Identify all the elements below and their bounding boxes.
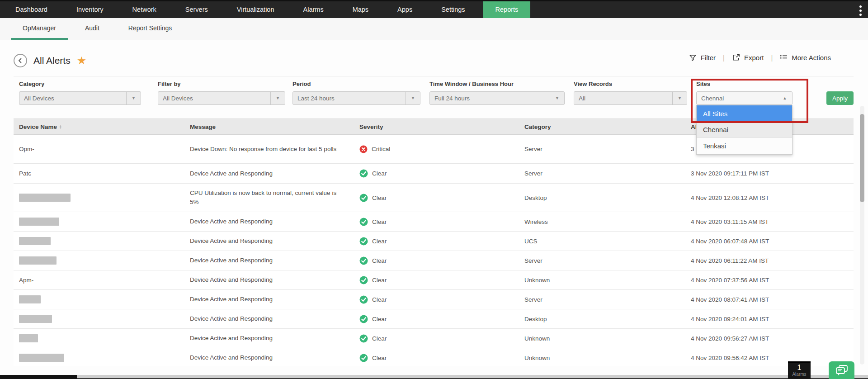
section-divider	[14, 76, 854, 76]
filter-sites-select[interactable]: Chennai▲	[696, 91, 793, 105]
apply-button[interactable]: Apply	[826, 91, 854, 105]
message-cell: Device Active and Responding	[184, 217, 354, 226]
table-row[interactable]: Device Active and RespondingClearServer4…	[14, 251, 854, 270]
filter-button[interactable]: Filter	[689, 54, 716, 62]
chevron-down-icon: ▼	[270, 92, 285, 104]
filter-period-select[interactable]: Last 24 hours▼	[292, 91, 420, 105]
tab-report-settings[interactable]: Report Settings	[117, 18, 184, 40]
sort-icon: ▴▾	[60, 124, 61, 129]
column-header-severity[interactable]: Severity	[354, 123, 519, 130]
severity-cell: Clear	[354, 256, 519, 265]
sub-navbar: OpManagerAuditReport Settings	[0, 18, 868, 40]
chevron-up-icon: ▲	[778, 92, 792, 104]
filter-view-records-select[interactable]: All▼	[574, 91, 687, 105]
horizontal-scrollbar-thumb[interactable]	[0, 375, 77, 379]
severity-cell: Clear	[354, 194, 519, 202]
table-row[interactable]: Device Active and RespondingClearUnknown…	[14, 329, 854, 348]
redacted-device-name	[19, 218, 59, 226]
nav-item-settings[interactable]: Settings	[430, 1, 476, 18]
export-icon	[732, 53, 740, 62]
alarms-count-badge[interactable]: 1 Alarms	[788, 361, 811, 379]
filter-filter-by-select[interactable]: All Devices▼	[158, 91, 285, 105]
table-row[interactable]: Device Active and RespondingClearUCS4 No…	[14, 232, 854, 251]
table-row[interactable]: Device Active and RespondingClearDesktop…	[14, 309, 854, 329]
page-title: All Alerts	[33, 55, 71, 66]
tab-audit[interactable]: Audit	[73, 18, 111, 40]
severity-value: Clear	[359, 194, 519, 202]
message-cell: Device Active and Responding	[184, 169, 354, 178]
chat-bubbles-icon	[835, 365, 849, 377]
column-header-device-name[interactable]: Device Name▴▾	[14, 123, 184, 130]
alarm-time-cell: 4 Nov 2020 08:07:41 AM IST	[685, 296, 848, 303]
nav-item-inventory[interactable]: Inventory	[66, 1, 114, 18]
tab-opmanager[interactable]: OpManager	[11, 18, 68, 40]
column-header-message[interactable]: Message	[184, 123, 354, 130]
severity-value: Clear	[359, 218, 519, 226]
export-button[interactable]: Export	[732, 53, 764, 62]
redacted-device-name	[19, 295, 41, 303]
message-cell: CPU Utilization is now back to normal, c…	[184, 189, 354, 206]
more-actions-button[interactable]: More Actions	[780, 54, 831, 62]
severity-value: Clear	[359, 334, 519, 343]
filter-category-select[interactable]: All Devices▼	[19, 91, 141, 105]
clear-icon	[359, 218, 368, 226]
table-row[interactable]: Device Active and RespondingClearServer4…	[14, 290, 854, 309]
table-row[interactable]: Apm-Device Active and RespondingClearUnk…	[14, 270, 854, 290]
nav-item-alarms[interactable]: Alarms	[292, 1, 335, 18]
alarm-time-cell: 4 Nov 2020 09:56:42 AM IST	[685, 355, 848, 361]
nav-item-reports[interactable]: Reports	[483, 1, 531, 18]
severity-value: Clear	[359, 354, 519, 362]
table-row[interactable]: CPU Utilization is now back to normal, c…	[14, 184, 854, 212]
app-window: DashboardInventoryNetworkServersVirtuali…	[0, 0, 868, 379]
severity-value: Critical	[359, 145, 519, 153]
kebab-menu-icon[interactable]	[859, 1, 862, 19]
column-header-category[interactable]: Category	[519, 123, 685, 130]
device-name-cell	[14, 315, 184, 323]
filter-label-sites: Sites	[696, 81, 793, 87]
category-cell: Server	[519, 257, 685, 264]
favorite-star-icon[interactable]: ★	[77, 55, 87, 66]
filter-filter-by: Filter byAll Devices▼	[158, 81, 285, 105]
nav-item-dashboard[interactable]: Dashboard	[5, 1, 58, 18]
chevron-left-icon	[17, 57, 24, 64]
vertical-scrollbar-thumb[interactable]	[860, 114, 864, 202]
selected-value: All	[574, 95, 672, 102]
severity-value: Clear	[359, 295, 519, 304]
chevron-down-icon: ▼	[126, 92, 141, 104]
category-cell: Desktop	[519, 316, 685, 322]
back-button[interactable]	[14, 54, 27, 67]
clear-icon	[359, 237, 368, 246]
horizontal-scrollbar-track[interactable]	[0, 375, 868, 379]
action-separator: |	[771, 54, 773, 62]
nav-item-apps[interactable]: Apps	[387, 1, 423, 18]
nav-item-servers[interactable]: Servers	[175, 1, 219, 18]
severity-cell: Clear	[354, 334, 519, 343]
severity-cell: Clear	[354, 237, 519, 246]
redacted-device-name	[19, 194, 71, 202]
nav-item-virtualization[interactable]: Virtualization	[226, 1, 285, 18]
severity-cell: Clear	[354, 218, 519, 226]
filter-view-records: View RecordsAll▼	[574, 81, 687, 105]
alarm-time-cell: 4 Nov 2020 09:56:27 AM IST	[685, 335, 848, 342]
table-row[interactable]: Device Active and RespondingClearWireles…	[14, 212, 854, 232]
selected-value: All Devices	[19, 95, 126, 102]
table-row[interactable]: PatcDevice Active and RespondingClearSer…	[14, 164, 854, 184]
category-cell: UCS	[519, 238, 685, 245]
header-actions: Filter | Export | More Actions	[689, 53, 831, 62]
category-cell: Unknown	[519, 277, 685, 284]
nav-item-maps[interactable]: Maps	[342, 1, 379, 18]
selected-value: Last 24 hours	[293, 95, 406, 102]
sites-option-all-sites[interactable]: All Sites	[697, 105, 792, 122]
sites-option-tenkasi[interactable]: Tenkasi	[697, 138, 792, 154]
device-name-cell	[14, 354, 184, 362]
nav-item-network[interactable]: Network	[122, 1, 167, 18]
alarms-label: Alarms	[792, 372, 806, 377]
filter-time-window-business-hour-select[interactable]: Full 24 hours▼	[429, 91, 565, 105]
alarm-time-cell: 4 Nov 2020 07:37:56 AM IST	[685, 277, 848, 284]
severity-value: Clear	[359, 315, 519, 323]
clear-icon	[359, 315, 368, 323]
chat-button[interactable]	[829, 361, 854, 379]
sites-option-chennai[interactable]: Chennai	[697, 122, 792, 138]
table-row[interactable]: Device Active and RespondingClearUnknown…	[14, 348, 854, 366]
clear-icon	[359, 295, 368, 304]
